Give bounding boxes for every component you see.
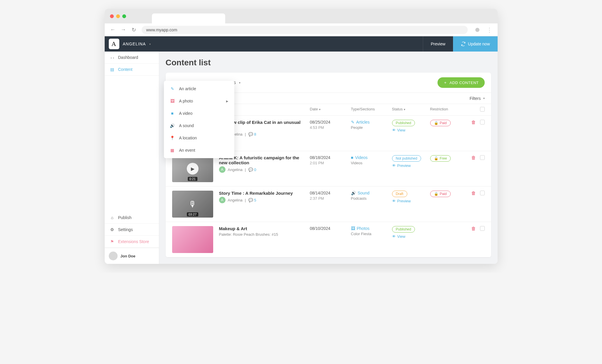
sidebar-item-content[interactable]: ▤Content [105,64,159,76]
bar-chart-icon: ⬪⬪ [110,55,115,60]
table-row: Makeup & Art Palette: Rosie Peach Brushe… [166,222,491,257]
row-subtitle: Palette: Rosie Peach Brushes: #15 [219,232,305,237]
sidebar-item-dashboard[interactable]: ⬪⬪Dashboard [105,52,159,64]
section-label: People [351,125,392,130]
restriction-badge: 🔒Paid [430,120,451,126]
filters-button[interactable]: Filters▾ [469,96,484,101]
status-action-link[interactable]: 👁Preview [392,199,430,203]
status-action-link[interactable]: 👁View [392,234,430,239]
byline: AAngelina|💬5 [219,197,305,203]
select-all-checkbox[interactable] [480,107,485,112]
reload-icon[interactable]: ↻ [131,27,137,33]
type-link[interactable]: 🖼Photos [351,226,392,231]
close-icon[interactable] [110,14,114,18]
app-window: ← → ↻ www.myapp.com ⋮ A ANGELINA ▾ Previ… [105,9,498,264]
eye-icon: 👁 [392,163,396,168]
comment-icon: 💬 [248,168,253,172]
main: Content list CONTENT▾ ALL SECTIONS▾ ＋ADD… [159,52,498,264]
date-cell: 08/10/2024 [310,226,351,232]
content-type-dropdown: ✎An article🖼A photo▶■A video🔊A sound📍A l… [164,81,234,158]
maximize-icon[interactable] [122,14,126,18]
browser-tab[interactable] [152,13,225,23]
eye-icon: 👁 [392,199,396,203]
date-cell: 08/18/20242:01 PM [310,155,351,165]
kebab-icon[interactable]: ⋮ [486,26,492,33]
comment-icon: 💬 [248,132,253,136]
trash-icon[interactable]: 🗑 [471,226,476,231]
dropdown-item[interactable]: ■A video [164,107,234,119]
store-icon: ⌂ [110,215,115,220]
dropdown-item[interactable]: ▦An event [164,144,234,156]
type-link[interactable]: ✎Articles [351,120,392,124]
avatar-icon [109,252,118,260]
status-action-link[interactable]: 👁View [392,128,430,132]
type-icon: 🖼 [170,99,175,103]
preview-button[interactable]: Preview [423,36,453,52]
brand-name: ANGELINA [123,42,146,46]
plus-icon: ＋ [443,80,447,85]
trash-icon[interactable]: 🗑 [471,191,476,196]
row-title[interactable]: Story Time : A Remarkable Journey [219,191,305,196]
address-bar[interactable]: www.myapp.com [142,26,468,34]
status-action-link[interactable]: 👁Preview [392,163,430,168]
author-avatar-icon: A [219,197,225,203]
browser-chrome: ← → ↻ www.myapp.com ⋮ [105,9,498,36]
add-content-button[interactable]: ＋ADD CONTENT [437,77,485,88]
thumbnail[interactable] [172,226,213,253]
minimize-icon[interactable] [116,14,120,18]
lock-icon: 🔒 [434,121,438,125]
profile-dot-icon[interactable] [475,28,479,32]
restriction-badge: 🔒Paid [430,191,451,197]
col-type: Type/Sections [351,107,392,112]
user-name: Jon Doe [121,254,135,258]
row-checkbox[interactable] [480,155,485,160]
forward-icon[interactable]: → [121,27,126,33]
lock-icon: 🔒 [434,192,438,196]
row-checkbox[interactable] [480,191,485,195]
sort-icon: ▾ [404,108,405,111]
type-icon: ■ [170,111,175,116]
body: ⬪⬪Dashboard ▤Content ⌂Publish ⚙Settings … [105,52,498,264]
type-link[interactable]: ■Videos [351,155,392,160]
chevron-down-icon: ▾ [483,97,485,100]
brand-switcher[interactable]: A ANGELINA ▾ [105,39,155,49]
type-icon: 🔊 [351,191,356,195]
sidebar-item-settings[interactable]: ⚙Settings [105,224,159,236]
sidebar-item-publish[interactable]: ⌂Publish [105,212,159,224]
status-badge: Published [392,226,415,233]
thumbnail[interactable]: ▶0:21 [172,155,213,182]
duration-badge: 03:27 [187,212,199,216]
dropdown-item[interactable]: ✎An article [164,83,234,95]
comment-count[interactable]: 💬5 [248,198,256,202]
sidebar-item-extensions[interactable]: ⚑Extensions Store [105,236,159,248]
row-title[interactable]: Makeup & Art [219,226,305,231]
col-date[interactable]: Date ▾ [310,107,351,112]
section-label: Podcasts [351,196,392,201]
dropdown-item[interactable]: 📍A location [164,132,234,144]
type-link[interactable]: 🔊Sound [351,191,392,195]
row-checkbox[interactable] [480,226,485,231]
status-badge: Published [392,120,415,126]
lock-icon: 🔓 [434,156,438,160]
trash-icon[interactable]: 🗑 [471,120,476,125]
dropdown-item[interactable]: 🖼A photo▶ [164,95,234,107]
back-icon[interactable]: ← [110,27,116,33]
update-now-button[interactable]: Update now [453,36,498,52]
row-checkbox[interactable] [480,120,485,124]
dropdown-item[interactable]: 🔊A sound [164,119,234,132]
thumbnail[interactable]: 🎙03:27 [172,191,213,218]
date-cell: 08/25/20244:53 PM [310,120,351,130]
comment-count[interactable]: 💬0 [248,168,256,172]
trash-icon[interactable]: 🗑 [471,155,476,160]
user-profile[interactable]: Jon Doe [105,248,159,264]
chevron-down-icon: ▾ [149,42,151,46]
col-status[interactable]: Status ▾ [392,107,430,112]
byline: AAngelina|💬0 [219,166,305,173]
gear-icon: ⚙ [110,227,115,232]
comment-count[interactable]: 💬8 [248,132,256,136]
document-icon: ▤ [110,67,115,72]
sort-icon: ▾ [319,108,320,111]
table-row: 🎙03:27 Story Time : A Remarkable Journey… [166,187,491,222]
brand-logo-icon: A [109,39,119,49]
type-icon: 📍 [170,136,175,140]
